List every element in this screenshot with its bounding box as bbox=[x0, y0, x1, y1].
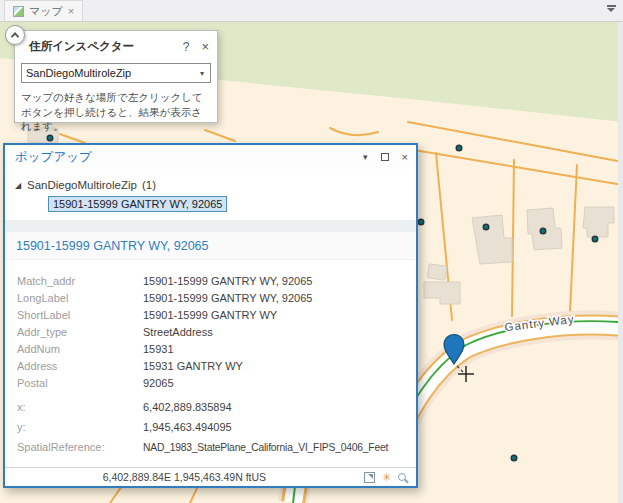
zoom-to-icon[interactable] bbox=[398, 473, 406, 481]
divider bbox=[5, 220, 416, 232]
locator-select[interactable]: SanDiegoMultiroleZip ▾ bbox=[21, 63, 211, 83]
field-label: LongLabel bbox=[17, 292, 143, 304]
field-label: y: bbox=[17, 421, 143, 433]
attribute-table: Match_addr15901-15999 GANTRY WY, 92065 L… bbox=[5, 260, 416, 457]
coordinates-readout: 6,402,889.84E 1,945,463.49N ftUS bbox=[12, 471, 357, 483]
result-tree: ◢ SanDiegoMultiroleZip (1) 15901-15999 G… bbox=[5, 169, 416, 220]
maximize-icon[interactable] bbox=[381, 153, 389, 161]
popup-title: ポップアップ bbox=[15, 149, 350, 166]
tree-node-layer[interactable]: ◢ SanDiegoMultiroleZip (1) bbox=[15, 177, 416, 193]
field-value: 15901-15999 GANTRY WY, 92065 bbox=[143, 292, 312, 304]
popup-body: ◢ SanDiegoMultiroleZip (1) 15901-15999 G… bbox=[5, 169, 416, 486]
close-icon[interactable]: × bbox=[68, 6, 74, 17]
field-label: Address bbox=[17, 360, 143, 372]
dialog-title: 住所インスペクター bbox=[29, 39, 183, 54]
popup-status-bar: 6,402,889.84E 1,945,463.49N ftUS ✳ bbox=[5, 467, 416, 486]
dock-menu-icon[interactable]: ▾ bbox=[363, 153, 368, 162]
field-label: AddNum bbox=[17, 343, 143, 355]
field-value: 15901-15999 GANTRY WY, 92065 bbox=[143, 275, 312, 287]
close-icon[interactable]: × bbox=[201, 40, 209, 53]
field-value: 6,402,889.835894 bbox=[143, 401, 232, 413]
pan-to-icon[interactable] bbox=[364, 472, 375, 483]
tab-map-label: マップ bbox=[29, 4, 63, 19]
field-label: Postal bbox=[17, 377, 143, 389]
table-row: SpatialReference:NAD_1983_StatePlane_Cal… bbox=[17, 437, 412, 457]
table-row: Postal92065 bbox=[17, 374, 412, 391]
field-label: Addr_type bbox=[17, 326, 143, 338]
table-row: Addr_typeStreetAddress bbox=[17, 323, 412, 340]
window-edge bbox=[618, 22, 623, 503]
popup-window: ポップアップ ▾ × ◢ SanDiegoMultiroleZip (1) 15… bbox=[3, 143, 418, 488]
overflow-triangle bbox=[607, 8, 615, 12]
table-row: AddNum15931 bbox=[17, 340, 412, 357]
table-row: y:1,945,463.494095 bbox=[17, 417, 412, 437]
overflow-bar bbox=[607, 5, 616, 7]
feature-title: 15901-15999 GANTRY WY, 92065 bbox=[5, 232, 416, 260]
help-icon[interactable]: ? bbox=[183, 40, 190, 54]
feature-count: (1) bbox=[142, 179, 156, 191]
field-value: 15901-15999 GANTRY WY bbox=[143, 309, 277, 321]
field-value: 15931 GANTRY WY bbox=[143, 360, 243, 372]
selected-feature[interactable]: 15901-15999 GANTRY WY, 92065 bbox=[48, 196, 227, 212]
map-icon bbox=[13, 6, 24, 17]
view-tab-bar: マップ × bbox=[0, 0, 623, 22]
table-row: Match_addr15901-15999 GANTRY WY, 92065 bbox=[17, 272, 412, 289]
chevron-down-icon[interactable]: ▾ bbox=[194, 69, 210, 78]
close-icon[interactable]: × bbox=[402, 152, 408, 163]
arcgis-window: Gantry Way bbox=[0, 0, 623, 503]
chevron-up-icon bbox=[11, 32, 19, 40]
maximize-box bbox=[381, 153, 389, 161]
table-row: x:6,402,889.835894 bbox=[17, 397, 412, 417]
field-label: SpatialReference: bbox=[17, 441, 143, 453]
field-value: 92065 bbox=[143, 377, 174, 389]
layer-name: SanDiegoMultiroleZip bbox=[27, 179, 137, 191]
inspector-hint: マップの好きな場所で左クリックしてボタンを押し続けると、結果が表示されます。 bbox=[21, 90, 211, 134]
popup-title-bar: ポップアップ ▾ × bbox=[5, 145, 416, 169]
address-inspector-dialog: 住所インスペクター ? × SanDiegoMultiroleZip ▾ マップ… bbox=[14, 30, 218, 123]
flash-location-icon[interactable]: ✳ bbox=[382, 471, 391, 484]
field-label: Match_addr bbox=[17, 275, 143, 287]
table-row: LongLabel15901-15999 GANTRY WY, 92065 bbox=[17, 289, 412, 306]
table-row: ShortLabel15901-15999 GANTRY WY bbox=[17, 306, 412, 323]
field-value: NAD_1983_StatePlane_California_VI_FIPS_0… bbox=[143, 442, 388, 453]
dialog-header: 住所インスペクター ? × bbox=[15, 31, 217, 54]
field-value: 1,945,463.494095 bbox=[143, 421, 232, 433]
table-row: Address15931 GANTRY WY bbox=[17, 357, 412, 374]
tab-overflow-icon[interactable] bbox=[606, 5, 616, 15]
overlay-expand-button[interactable] bbox=[5, 25, 25, 45]
field-label: ShortLabel bbox=[17, 309, 143, 321]
field-value: StreetAddress bbox=[143, 326, 213, 338]
collapse-icon[interactable]: ◢ bbox=[15, 181, 27, 190]
tab-map[interactable]: マップ × bbox=[4, 0, 83, 21]
field-value: 15931 bbox=[143, 343, 174, 355]
locator-value: SanDiegoMultiroleZip bbox=[22, 67, 194, 79]
coordinate-rows: x:6,402,889.835894 y:1,945,463.494095 Sp… bbox=[17, 397, 412, 457]
field-label: x: bbox=[17, 401, 143, 413]
